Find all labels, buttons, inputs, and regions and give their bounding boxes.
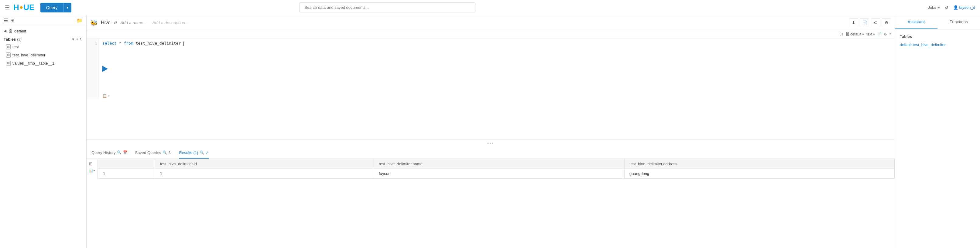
sidebar-item-test[interactable]: ⊞ test — [0, 43, 86, 51]
run-triangle-icon[interactable] — [102, 66, 108, 72]
run-button[interactable] — [102, 66, 108, 72]
tables-label: Tables — [4, 37, 16, 41]
saved-queries-refresh-icon[interactable]: ↻ — [169, 150, 172, 155]
tab-query-history[interactable]: Query History 🔍 📅 — [91, 147, 127, 159]
sidebar-item-test-hive-delimiter[interactable]: ⊞ test_hive_delimiter — [0, 51, 86, 59]
left-sidebar: ☰ ⊞ 📁 ◀ 🗄 default Tables (3) ▼ + ↻ ⊞ tes… — [0, 15, 87, 248]
editor-help-icon[interactable]: ? — [889, 32, 891, 36]
user-menu[interactable]: 👤 fayson_d — [953, 5, 975, 10]
right-tab-functions[interactable]: Functions — [937, 15, 980, 29]
table-grid-icon: ⊞ — [6, 44, 11, 49]
editor-area: 🐝 Hive ↺ Add a name... Add a description… — [87, 15, 895, 248]
bottom-panel: ••• Query History 🔍 📅 Saved Queries 🔍 ↻ … — [87, 139, 895, 248]
hamburger-icon[interactable]: ☰ — [5, 4, 10, 11]
search-bar — [299, 2, 476, 13]
query-time-stat: 0s — [839, 32, 843, 36]
db-name-label[interactable]: default — [14, 29, 26, 33]
sql-keyword: select — [102, 41, 117, 46]
db-selector-icon: 🗄 — [846, 32, 850, 36]
code-area[interactable]: select * from test_hive_delimiter — [99, 38, 895, 99]
sidebar-item-values-tmp-table[interactable]: ⊞ values__tmp__table__1 — [0, 59, 86, 67]
results-grid-icon[interactable]: ⊞ — [89, 161, 95, 166]
bottom-tabs: Query History 🔍 📅 Saved Queries 🔍 ↻ Resu… — [87, 147, 895, 159]
query-history-calendar-icon[interactable]: 📅 — [123, 150, 127, 155]
jobs-button[interactable]: Jobs ≡ — [928, 5, 940, 10]
drag-dots-icon: ••• — [487, 141, 494, 146]
results-header-row: test_hive_delimiter.id test_hive_delimit… — [98, 159, 895, 169]
tab-results[interactable]: Results (1) 🔍 ⤢ — [179, 147, 209, 159]
query-button[interactable]: Query — [40, 3, 63, 13]
search-input[interactable] — [299, 2, 476, 13]
right-table-item[interactable]: default.test_hive_delimiter — [900, 41, 975, 48]
col-row-num — [98, 159, 155, 169]
logo-ue: UE — [23, 3, 34, 12]
toolbar-settings-btn[interactable]: ⚙ — [882, 19, 891, 27]
results-left-icons: ⊞ 📊▾ — [87, 159, 98, 178]
filter-tables-icon[interactable]: ▼ — [72, 37, 75, 41]
right-tab-assistant[interactable]: Assistant — [895, 15, 937, 29]
main-layout: ☰ ⊞ 📁 ◀ 🗄 default Tables (3) ▼ + ↻ ⊞ tes… — [0, 15, 980, 248]
refresh-tables-icon[interactable]: ↻ — [80, 37, 83, 41]
editor-toolbar: 🐝 Hive ↺ Add a name... Add a description… — [87, 15, 895, 30]
username-label: fayson_d — [959, 5, 975, 10]
logo-dot: • — [20, 3, 23, 12]
tables-actions: ▼ + ↻ — [72, 37, 83, 41]
cell-row-num: 1 — [98, 169, 155, 178]
tables-count: (3) — [17, 37, 22, 41]
editor-action-icons: 📄 ⚙ ? — [877, 32, 891, 36]
saved-queries-search-icon[interactable]: 🔍 — [162, 150, 167, 155]
query-button-group: Query ▾ — [40, 3, 71, 13]
toolbar-file-btn[interactable]: 📄 — [860, 19, 869, 27]
tab-saved-queries[interactable]: Saved Queries 🔍 ↻ — [135, 147, 172, 159]
editor-bottom-caret[interactable]: ▾ — [108, 94, 110, 98]
editor-file-icon[interactable]: 📄 — [877, 32, 882, 36]
right-panel-tabs: Assistant Functions — [895, 15, 980, 29]
toolbar-download-btn[interactable]: ⬇ — [849, 19, 858, 27]
query-history-label: Query History — [91, 150, 115, 155]
sql-from-keyword: from — [124, 41, 133, 46]
results-search-icon[interactable]: 🔍 — [200, 150, 204, 155]
cell-name: fayson — [374, 169, 625, 178]
results-area: test_hive_delimiter.id test_hive_delimit… — [98, 159, 895, 178]
sidebar-layers-icon[interactable]: ☰ — [4, 17, 8, 23]
query-history-search-icon[interactable]: 🔍 — [117, 150, 121, 155]
hive-label: Hive — [101, 20, 111, 25]
col-address: test_hive_delimiter.address — [625, 159, 895, 169]
sidebar-grid-icon[interactable]: ⊞ — [10, 17, 14, 23]
sidebar-folder-icon[interactable]: 📁 — [76, 17, 83, 23]
jobs-icon: ≡ — [937, 5, 940, 10]
query-editor: 0s 🗄 default ▾ text ▾ 📄 ⚙ ? 1 — [87, 30, 895, 139]
saved-queries-label: Saved Queries — [135, 150, 161, 155]
drag-handle[interactable]: ••• — [87, 139, 895, 147]
results-chart-icon[interactable]: 📊▾ — [89, 169, 95, 172]
type-selector-caret: ▾ — [873, 32, 875, 36]
results-table: test_hive_delimiter.id test_hive_delimit… — [98, 159, 895, 178]
logo: H • UE — [13, 3, 34, 12]
db-selector[interactable]: 🗄 default ▾ — [846, 32, 864, 36]
editor-undo-icon[interactable]: ↺ — [114, 20, 117, 25]
table-name-label: test_hive_delimiter — [13, 53, 45, 57]
editor-desc-field[interactable]: Add a description... — [152, 20, 189, 25]
editor-settings-icon[interactable]: ⚙ — [884, 32, 887, 36]
table-row: 1 1 fayson guangdong — [98, 169, 895, 178]
results-container: ⊞ 📊▾ test_hive_delimiter.id test_hive_de… — [87, 159, 895, 178]
user-icon: 👤 — [953, 5, 958, 10]
tables-header: Tables (3) ▼ + ↻ — [0, 36, 86, 43]
col-name: test_hive_delimiter.name — [374, 159, 625, 169]
nav-right: Jobs ≡ ↺ 👤 fayson_d — [928, 5, 975, 10]
db-selector-label: default — [850, 32, 861, 36]
type-selector[interactable]: text ▾ — [866, 32, 875, 36]
undo-icon[interactable]: ↺ — [945, 5, 948, 10]
editor-top-bar: 0s 🗄 default ▾ text ▾ 📄 ⚙ ? — [87, 30, 895, 38]
add-table-icon[interactable]: + — [76, 37, 78, 41]
right-tables-section-title: Tables — [900, 34, 975, 39]
db-collapse-arrow[interactable]: ◀ — [4, 29, 6, 33]
editor-name-field[interactable]: Add a name... — [120, 20, 147, 25]
query-dropdown-button[interactable]: ▾ — [63, 3, 72, 12]
hive-bee-icon: 🐝 — [90, 19, 98, 26]
results-expand-icon[interactable]: ⤢ — [206, 150, 209, 155]
right-panel-content: Tables default.test_hive_delimiter — [895, 29, 980, 53]
toolbar-tag-btn[interactable]: 🏷 — [871, 19, 880, 27]
editor-bottom-icon-1[interactable]: 📋 — [102, 94, 107, 98]
editor-content: 1 select * from test_hive_delimiter 📋 — [87, 38, 895, 99]
